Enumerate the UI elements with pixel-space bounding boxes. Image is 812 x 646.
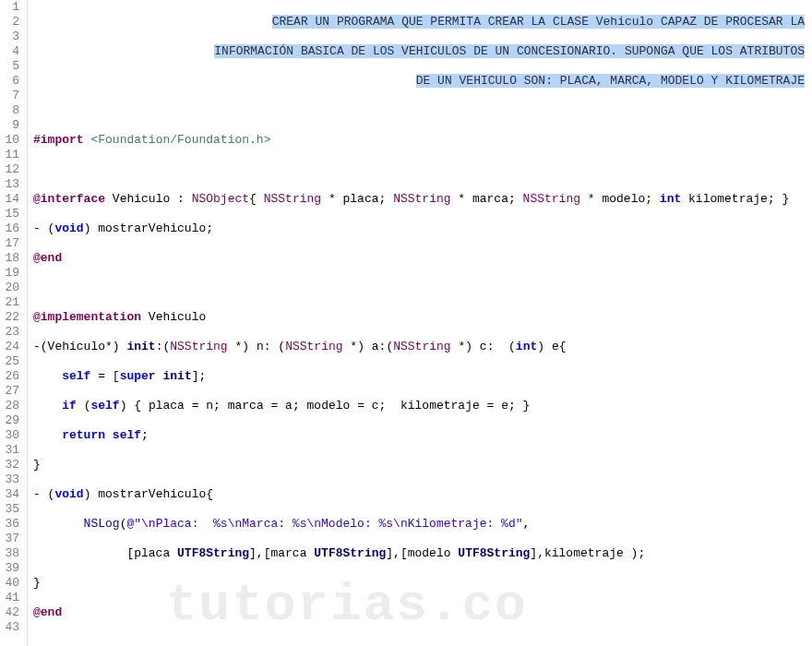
line-number: 9 bbox=[4, 118, 19, 133]
line-number: 28 bbox=[4, 399, 19, 413]
method-impl: - (void) mostrarVehiculo{ bbox=[33, 487, 812, 502]
init-method: -(Vehiculo*) init:(NSString *) n: (NSStr… bbox=[33, 340, 812, 354]
line-number: 22 bbox=[4, 310, 19, 325]
line-number: 24 bbox=[4, 340, 19, 354]
code-editor[interactable]: 1234567891011121314151617181920212223242… bbox=[0, 0, 812, 646]
import-line: #import <Foundation/Foundation.h> bbox=[33, 133, 812, 148]
line-number: 10 bbox=[4, 133, 19, 148]
line-number: 16 bbox=[4, 221, 19, 236]
line-number: 43 bbox=[4, 620, 19, 635]
line-number: 36 bbox=[4, 517, 19, 532]
end-line: @end bbox=[33, 605, 812, 620]
comment-line: CREAR UN PROGRAMA QUE PERMITA CREAR LA C… bbox=[33, 15, 812, 30]
line-number: 17 bbox=[4, 236, 19, 251]
line-number: 1 bbox=[4, 0, 19, 15]
line-number: 20 bbox=[4, 281, 19, 295]
line-number: 29 bbox=[4, 413, 19, 428]
line-number: 11 bbox=[4, 148, 19, 162]
line-number: 12 bbox=[4, 162, 19, 177]
blank-line bbox=[33, 281, 812, 295]
line-number-gutter: 1234567891011121314151617181920212223242… bbox=[0, 0, 28, 646]
line-number: 27 bbox=[4, 384, 19, 399]
implementation-line: @implementation Vehiculo bbox=[33, 310, 812, 325]
line-number: 26 bbox=[4, 369, 19, 384]
line-number: 3 bbox=[4, 30, 19, 44]
line-number: 40 bbox=[4, 576, 19, 591]
line-number: 41 bbox=[4, 591, 19, 605]
comment-line: INFORMACIÓN BASICA DE LOS VEHICULOS DE U… bbox=[33, 44, 812, 59]
line-number: 39 bbox=[4, 561, 19, 576]
end-line: @end bbox=[33, 251, 812, 266]
line-number: 31 bbox=[4, 443, 19, 458]
line-number: 32 bbox=[4, 458, 19, 473]
line-number: 23 bbox=[4, 325, 19, 340]
interface-line: @interface Vehiculo : NSObject{ NSString… bbox=[33, 192, 812, 207]
blank-line bbox=[33, 635, 812, 646]
line-number: 37 bbox=[4, 532, 19, 546]
code-line: NSLog(@"\nPlaca: %s\nMarca: %s\nModelo: … bbox=[33, 517, 812, 532]
line-number: 2 bbox=[4, 15, 19, 30]
code-line: } bbox=[33, 458, 812, 473]
blank-line bbox=[33, 162, 812, 177]
line-number: 8 bbox=[4, 103, 19, 118]
code-line: return self; bbox=[33, 428, 812, 443]
line-number: 21 bbox=[4, 295, 19, 310]
line-number: 30 bbox=[4, 428, 19, 443]
line-number: 34 bbox=[4, 487, 19, 502]
line-number: 35 bbox=[4, 502, 19, 517]
code-line: self = [super init]; bbox=[33, 369, 812, 384]
line-number: 4 bbox=[4, 44, 19, 59]
code-area[interactable]: CREAR UN PROGRAMA QUE PERMITA CREAR LA C… bbox=[28, 0, 812, 646]
line-number: 25 bbox=[4, 354, 19, 369]
line-number: 33 bbox=[4, 473, 19, 487]
comment-line: DE UN VEHICULO SON: PLACA, MARCA, MODELO… bbox=[33, 74, 812, 89]
line-number: 6 bbox=[4, 74, 19, 89]
code-line: if (self) { placa = n; marca = a; modelo… bbox=[33, 399, 812, 413]
line-number: 19 bbox=[4, 266, 19, 281]
line-number: 7 bbox=[4, 89, 19, 103]
line-number: 42 bbox=[4, 605, 19, 620]
line-number: 5 bbox=[4, 59, 19, 74]
line-number: 13 bbox=[4, 177, 19, 192]
method-decl: - (void) mostrarVehiculo; bbox=[33, 221, 812, 236]
line-number: 14 bbox=[4, 192, 19, 207]
line-number: 15 bbox=[4, 207, 19, 221]
code-line: } bbox=[33, 576, 812, 591]
line-number: 18 bbox=[4, 251, 19, 266]
code-line: [placa UTF8String],[marca UTF8String],[m… bbox=[33, 546, 812, 561]
line-number: 38 bbox=[4, 546, 19, 561]
blank-line bbox=[33, 103, 812, 118]
